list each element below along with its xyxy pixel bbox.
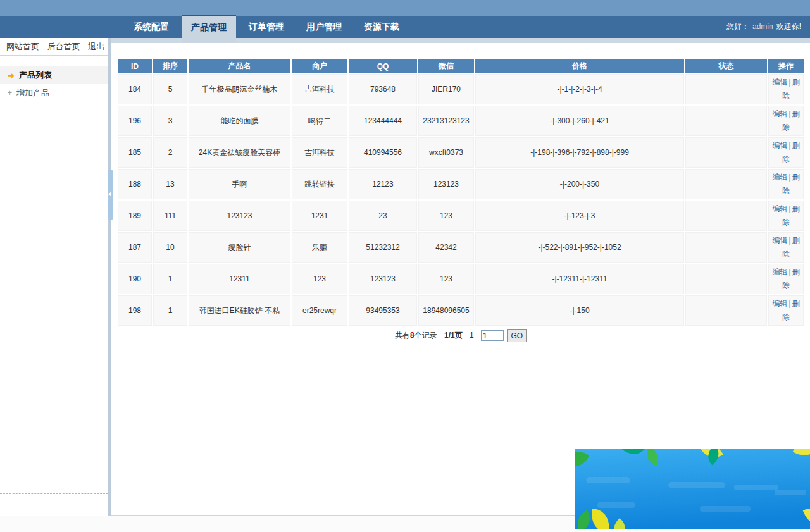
sidebar-item-product-list[interactable]: ➜ 产品列表 (0, 66, 108, 84)
sidebar-menu: ➜ 产品列表 + 增加产品 (0, 66, 108, 102)
record-count-text: 共有8个记录 (395, 331, 437, 340)
col-header-actions: 操作 (768, 59, 804, 73)
cell-id: 187 (118, 232, 152, 263)
top-strip (0, 0, 810, 16)
cell-sort: 5 (153, 74, 187, 104)
user-greeting: 您好：admin欢迎你! (726, 16, 801, 38)
cell-wechat: wxcft0373 (418, 137, 474, 168)
tab-resource-download[interactable]: 资源下载 (354, 16, 409, 38)
cell-price: -|-522-|-891-|-952-|-1052 (475, 232, 684, 263)
page-info: 1/1页 (444, 331, 463, 340)
cell-merchant: 吉洱科技 (292, 137, 347, 168)
page-number-link[interactable]: 1 (470, 331, 474, 340)
cell-status (685, 74, 767, 104)
cell-qq: 410994556 (349, 137, 417, 168)
table-row: 185 2 24K黄金祛皱瘦脸美容棒 吉洱科技 410994556 wxcft0… (118, 137, 804, 168)
cell-merchant: 123 (292, 264, 347, 294)
username: admin (752, 22, 773, 31)
cell-product-name: 韩国进口EK硅胶铲 不粘 (189, 295, 290, 326)
cell-product-name: 手啊 (189, 169, 290, 199)
site-home-link[interactable]: 网站首页 (6, 42, 39, 51)
pagination-bar: 共有8个记录 1/1页 1 GO (116, 328, 805, 343)
cell-sort: 2 (153, 137, 187, 168)
cell-status (685, 106, 767, 136)
cell-actions: 编辑|删除 (768, 201, 804, 231)
edit-link[interactable]: 编辑 (772, 236, 787, 245)
cell-product-name: 瘦脸针 (189, 232, 290, 263)
cell-sort: 10 (153, 232, 187, 263)
floating-ad-banner[interactable] (575, 449, 810, 529)
tab-system-config[interactable]: 系统配置 (124, 16, 178, 38)
edit-link[interactable]: 编辑 (772, 109, 787, 118)
cell-qq: 12123 (349, 169, 417, 199)
edit-link[interactable]: 编辑 (772, 78, 787, 87)
cell-actions: 编辑|删除 (768, 137, 804, 168)
col-header-wechat: 微信 (418, 59, 474, 73)
admin-home-link[interactable]: 后台首页 (47, 42, 80, 51)
edit-link[interactable]: 编辑 (772, 268, 787, 276)
cell-merchant: 吉洱科技 (292, 74, 347, 104)
main-nav-tabs: 系统配置 产品管理 订单管理 用户管理 资源下载 (124, 16, 412, 38)
go-button[interactable]: GO (507, 329, 526, 342)
cell-merchant: er25rewqr (292, 295, 347, 326)
cell-qq: 51232312 (349, 232, 417, 263)
cell-sort: 1 (153, 295, 187, 326)
greeting-suffix: 欢迎你! (776, 22, 801, 31)
sidebar-dashed-divider (0, 493, 108, 494)
cell-qq: 793648 (349, 74, 417, 104)
cell-id: 189 (118, 201, 152, 231)
cell-id: 190 (118, 264, 152, 294)
cell-wechat: 42342 (418, 232, 474, 263)
chevron-left-icon (108, 192, 111, 197)
cell-status (685, 264, 767, 294)
table-row: 189 111 123123 1231 23 123 -|-123-|-3 编辑… (118, 201, 804, 231)
main-content: ID 排序 产品名 商户 QQ 微信 价格 状态 操作 184 5 千年极品阴沉… (111, 43, 810, 516)
cell-price: -|-198-|-396-|-792-|-898-|-999 (475, 137, 684, 168)
edit-link[interactable]: 编辑 (772, 299, 787, 308)
edit-link[interactable]: 编辑 (772, 141, 787, 150)
greeting-prefix: 您好： (726, 22, 749, 31)
cell-sort: 13 (153, 169, 187, 199)
cell-price: -|-12311-|-12311 (475, 264, 684, 294)
table-row: 198 1 韩国进口EK硅胶铲 不粘 er25rewqr 93495353 18… (118, 295, 804, 326)
cell-wechat: 123123 (418, 169, 474, 199)
sidebar-item-label: 产品列表 (19, 66, 52, 84)
table-row: 196 3 能吃的面膜 喝得二 123444444 23213123123 -|… (118, 106, 804, 136)
table-header-row: ID 排序 产品名 商户 QQ 微信 价格 状态 操作 (118, 59, 804, 73)
table-row: 184 5 千年极品阴沉金丝楠木 吉洱科技 793648 JIER170 -|-… (118, 74, 804, 104)
col-header-sort: 排序 (153, 59, 187, 73)
cell-status (685, 232, 767, 263)
tab-order-management[interactable]: 订单管理 (239, 16, 294, 38)
record-count: 8 (410, 331, 414, 340)
tab-product-management[interactable]: 产品管理 (182, 15, 236, 43)
col-header-product-name: 产品名 (189, 59, 290, 73)
cell-wechat: 123 (418, 264, 474, 294)
cell-actions: 编辑|删除 (768, 106, 804, 136)
cell-actions: 编辑|删除 (768, 232, 804, 263)
edit-link[interactable]: 编辑 (772, 204, 787, 213)
cell-price: -|-150 (475, 295, 684, 326)
logout-link[interactable]: 退出 (88, 42, 104, 51)
cell-price: -|-1-|-2-|-3-|-4 (475, 74, 684, 104)
cell-product-name: 123123 (189, 201, 290, 231)
action-separator: | (788, 78, 790, 87)
page-jump-input[interactable] (481, 330, 504, 341)
cell-actions: 编辑|删除 (768, 74, 804, 104)
cell-sort: 1 (153, 264, 187, 294)
tab-user-management[interactable]: 用户管理 (297, 16, 351, 38)
cell-id: 185 (118, 137, 152, 168)
cell-product-name: 12311 (189, 264, 290, 294)
edit-link[interactable]: 编辑 (772, 173, 787, 182)
sidebar-top-links: 网站首页 后台首页 退出 (0, 38, 108, 56)
action-separator: | (788, 141, 790, 150)
cell-id: 198 (118, 295, 152, 326)
sidebar-item-add-product[interactable]: + 增加产品 (0, 84, 108, 102)
cell-id: 188 (118, 169, 152, 199)
cell-product-name: 24K黄金祛皱瘦脸美容棒 (189, 137, 290, 168)
cell-qq: 123444444 (349, 106, 417, 136)
col-header-qq: QQ (349, 59, 417, 73)
cell-status (685, 137, 767, 168)
action-separator: | (788, 236, 790, 245)
arrow-right-icon: ➜ (8, 71, 15, 80)
sidebar-collapse-handle[interactable] (108, 170, 113, 220)
